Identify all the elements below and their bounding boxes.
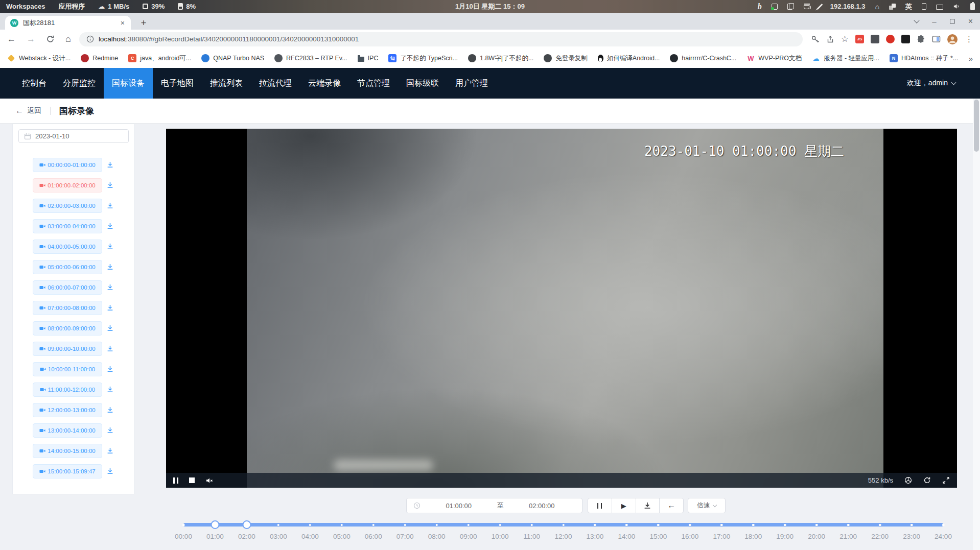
home-icon[interactable]: ⌂ (65, 34, 71, 44)
record-button[interactable]: 12:00:00-13:00:00 (33, 403, 102, 417)
bookmark-item[interactable]: hairrrrr/C-CrashC... (670, 54, 736, 62)
workspaces-switcher[interactable]: Workspaces (6, 3, 45, 10)
phone-tray-icon[interactable] (922, 3, 926, 10)
time-range-picker[interactable]: 01:00:00 至 02:00:00 (406, 498, 582, 513)
speed-dropdown[interactable]: 倍速 (688, 498, 726, 513)
record-button[interactable]: 08:00:00-09:00:00 (33, 321, 102, 336)
player-pause-icon[interactable] (173, 477, 178, 484)
nav-tab-8[interactable]: 节点管理 (349, 68, 398, 99)
bookmark-item[interactable]: Webstack - 设计... (7, 54, 71, 63)
play-button[interactable]: ▶ (612, 498, 636, 513)
tab-search-icon[interactable] (914, 17, 920, 23)
applications-menu[interactable]: 应用程序 (58, 2, 85, 11)
record-download-icon[interactable] (106, 222, 114, 230)
bookmark-item[interactable]: 知了不起的 TypeScri... (388, 54, 458, 63)
extension-icon-3[interactable] (886, 35, 895, 43)
windows-tray-icon[interactable] (889, 4, 896, 10)
download-button[interactable] (636, 498, 660, 513)
bookmark-item[interactable]: 1.8W字|了不起的... (468, 54, 533, 63)
input-method-indicator[interactable]: 英 (905, 2, 912, 11)
nav-tab-5[interactable]: 推流列表 (202, 68, 251, 99)
new-tab-button[interactable]: + (137, 16, 150, 30)
record-button[interactable]: 04:00:00-05:00:00 (33, 240, 102, 254)
record-download-icon[interactable] (106, 161, 114, 169)
record-download-icon[interactable] (106, 386, 114, 394)
record-button[interactable]: 03:00:00-04:00:00 (33, 219, 102, 233)
clock[interactable]: 1月10日 星期二 15：09 (455, 2, 525, 11)
window-maximize-button[interactable] (950, 19, 955, 24)
player-mute-icon[interactable] (205, 476, 214, 485)
share-icon[interactable] (826, 35, 834, 43)
record-button[interactable]: 11:00:00-12:00:00 (33, 382, 102, 397)
player-stop-icon[interactable] (189, 477, 195, 483)
extension-icon-4[interactable] (901, 35, 910, 43)
nav-tab-9[interactable]: 国标级联 (398, 68, 447, 99)
browser-menu-icon[interactable]: ⋮ (964, 35, 974, 44)
extensions-puzzle-icon[interactable] (917, 35, 925, 43)
record-button[interactable]: 15:00:00-15:09:47 (33, 464, 102, 479)
record-button[interactable]: 02:00:00-03:00:00 (33, 199, 102, 213)
display-tray-icon[interactable] (936, 5, 943, 10)
scrollbar-thumb[interactable] (974, 100, 979, 152)
record-download-icon[interactable] (106, 467, 114, 475)
record-download-icon[interactable] (106, 406, 114, 414)
nav-tab-6[interactable]: 拉流代理 (251, 68, 300, 99)
pen-tray-icon[interactable] (816, 3, 823, 9)
window-close-button[interactable]: × (968, 17, 973, 26)
extension-icon-1[interactable]: JS (855, 35, 864, 43)
pause-button[interactable] (588, 498, 612, 513)
start-time-input[interactable]: 01:00:00 (421, 502, 497, 510)
timeline-track[interactable] (183, 523, 943, 527)
record-button[interactable]: 14:00:00-15:00:00 (33, 444, 102, 458)
timeline-handle[interactable] (242, 520, 251, 529)
browser-tab[interactable]: W 国标28181 × (5, 16, 131, 30)
record-button[interactable]: 13:00:00-14:00:00 (33, 423, 102, 438)
seek-back-button[interactable]: ← (659, 498, 683, 513)
end-time-input[interactable]: 02:00:00 (504, 502, 580, 510)
record-button[interactable]: 01:00:00-02:00:00 (33, 178, 102, 193)
nav-tab-2[interactable]: 分屏监控 (55, 68, 104, 99)
address-bar[interactable]: localhost:38080/#/gbRecordDetail/3402000… (79, 32, 803, 46)
profile-avatar[interactable] (947, 34, 958, 44)
nav-tab-3[interactable]: 国标设备 (104, 68, 153, 99)
back-icon[interactable]: ← (7, 34, 16, 44)
record-button[interactable]: 00:00:00-01:00:00 (33, 158, 102, 172)
record-button[interactable]: 05:00:00-06:00:00 (33, 260, 102, 274)
passwords-key-icon[interactable] (811, 35, 820, 43)
nav-tab-4[interactable]: 电子地图 (153, 68, 202, 99)
record-download-icon[interactable] (106, 202, 114, 210)
snapshot-aperture-icon[interactable] (904, 476, 912, 484)
record-download-icon[interactable] (106, 426, 114, 435)
record-download-icon[interactable] (106, 345, 114, 353)
bookmark-item[interactable]: 如何编译Android... (598, 54, 660, 63)
split-screen-icon[interactable] (932, 35, 941, 43)
date-picker-input[interactable]: 2023-01-10 (18, 129, 129, 143)
memory-indicator[interactable]: 8% (178, 3, 196, 10)
record-download-icon[interactable] (106, 324, 114, 332)
clipboard-tray-icon[interactable] (787, 3, 794, 10)
bookmark-item[interactable]: WWVP-PRO文档 (746, 54, 802, 63)
window-minimize-button[interactable]: – (932, 17, 936, 26)
forward-icon[interactable]: → (27, 34, 35, 44)
record-download-icon[interactable] (106, 263, 114, 271)
coffee-tray-icon[interactable] (804, 5, 809, 9)
home-tray-icon[interactable]: ⌂ (875, 3, 879, 10)
bookmark-item[interactable]: NHDAtmos :: 种子 *... (890, 54, 958, 63)
extension-icon-2[interactable] (871, 35, 879, 43)
bookmark-star-icon[interactable]: ☆ (841, 34, 849, 44)
record-download-icon[interactable] (106, 365, 114, 373)
timeline-handle[interactable] (211, 520, 219, 529)
record-download-icon[interactable] (106, 304, 114, 312)
record-download-icon[interactable] (106, 447, 114, 455)
cpu-indicator[interactable]: 39% (143, 3, 165, 10)
bookmark-item[interactable]: QNAP Turbo NAS (201, 54, 264, 62)
bookmark-item[interactable]: ☁服务器 - 轻量应用... (812, 54, 879, 63)
record-button[interactable]: 06:00:00-07:00:00 (33, 280, 102, 295)
bookmark-item[interactable]: 免登录复制 (544, 54, 588, 63)
video-player[interactable]: 2023-01-10 01:00:00 星期二 552 kb/s (166, 129, 957, 488)
reload-icon[interactable] (46, 35, 55, 43)
bookmark-item[interactable]: RFC2833 – RTP Ev... (274, 54, 347, 62)
record-download-icon[interactable] (106, 283, 114, 292)
record-download-icon[interactable] (106, 243, 114, 251)
nav-tab-7[interactable]: 云端录像 (300, 68, 349, 99)
